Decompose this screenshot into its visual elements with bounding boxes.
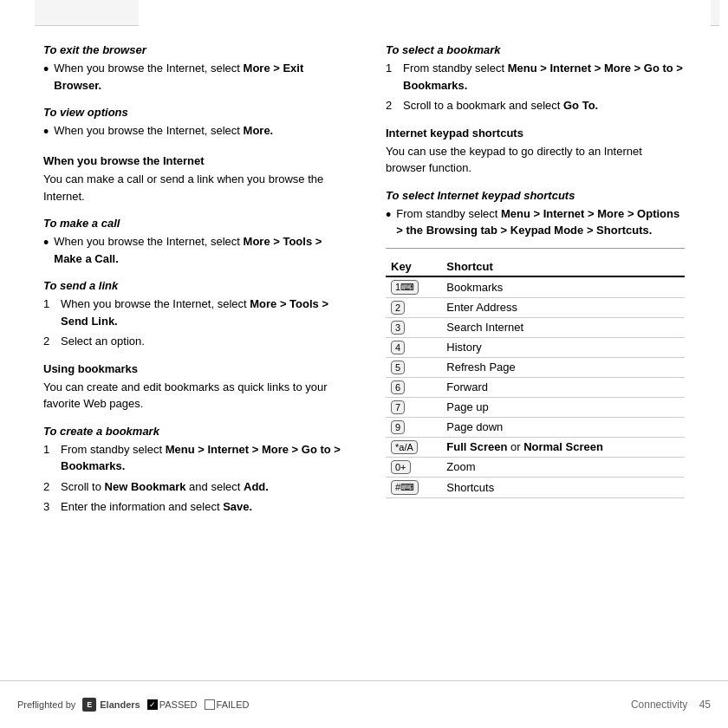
- key-cell: 1⌨: [386, 276, 441, 298]
- key-icon: 3: [391, 321, 405, 335]
- key-icon: 6: [391, 380, 405, 394]
- key-icon: 4: [391, 341, 405, 354]
- top-fold-left: [35, 0, 139, 26]
- exit-browser-text: When you browse the Internet, select Mor…: [54, 60, 342, 94]
- create-bookmark-item-1: 1 From standby select Menu > Internet > …: [43, 441, 342, 475]
- select-keypad-heading: To select Internet keypad shortcuts: [386, 189, 685, 202]
- left-column: To exit the browser • When you browse th…: [43, 43, 351, 659]
- key-cell: 3: [386, 317, 441, 337]
- num-2: 2: [386, 97, 398, 114]
- table-row: 0+ Zoom: [386, 457, 685, 477]
- page-number: 45: [699, 699, 711, 711]
- key-icon: *a/A: [391, 440, 418, 454]
- table-row: 5 Refresh Page: [386, 357, 685, 377]
- keypad-shortcuts-body: You can use the keypad to go directly to…: [386, 143, 685, 177]
- footer-label: Connectivity: [631, 699, 687, 711]
- make-call-text: When you browse the Internet, select Mor…: [54, 233, 342, 267]
- key-cell: 6: [386, 377, 441, 397]
- create-bookmark-text-1: From standby select Menu > Internet > Mo…: [61, 441, 342, 475]
- send-link-text-1: When you browse the Internet, select Mor…: [61, 296, 342, 329]
- preflight-area: Preflighted by E Elanders ✓ PASSED FAILE…: [17, 698, 249, 712]
- elanders-logo: E Elanders: [82, 698, 140, 712]
- table-header-shortcut: Shortcut: [441, 257, 685, 276]
- create-bookmark-text-2: Scroll to New Bookmark and select Add.: [61, 478, 269, 496]
- send-link-heading: To send a link: [43, 279, 342, 292]
- key-icon: 7: [391, 400, 405, 414]
- select-bookmark-item-1: 1 From standby select Menu > Internet > …: [386, 60, 685, 94]
- key-icon: 1⌨: [391, 280, 419, 295]
- failed-checkbox: [205, 699, 215, 710]
- shortcut-cell: Page up: [441, 397, 685, 417]
- table-divider: [386, 248, 685, 249]
- key-cell: 4: [386, 337, 441, 357]
- when-browse-body: You can make a call or send a link when …: [43, 171, 342, 205]
- create-bookmark-text-3: Enter the information and select Save.: [61, 498, 252, 516]
- failed-label: FAILED: [217, 699, 250, 710]
- make-call-heading: To make a call: [43, 217, 342, 230]
- shortcut-cell: Zoom: [441, 457, 685, 477]
- select-bookmark-heading: To select a bookmark: [386, 43, 685, 56]
- key-icon: 5: [391, 361, 405, 374]
- table-row: 7 Page up: [386, 397, 685, 417]
- key-cell: *a/A: [386, 437, 441, 457]
- key-cell: #⌨: [386, 477, 441, 497]
- bullet-icon: •: [386, 205, 391, 225]
- using-bookmarks-heading: Using bookmarks: [43, 362, 342, 375]
- using-bookmarks-body: You can create and edit bookmarks as qui…: [43, 379, 342, 413]
- elanders-name: Elanders: [100, 699, 140, 710]
- when-browse-heading: When you browse the Internet: [43, 154, 342, 167]
- bullet-icon: •: [43, 60, 49, 80]
- send-link-item-2: 2 Select an option.: [43, 333, 342, 350]
- key-icon: 0+: [391, 460, 411, 474]
- page-footer: Connectivity 45: [631, 699, 711, 711]
- table-row: 3 Search Internet: [386, 317, 685, 337]
- key-icon: 9: [391, 420, 405, 434]
- shortcut-cell: Search Internet: [441, 317, 685, 337]
- page-container: To exit the browser • When you browse th…: [0, 0, 728, 728]
- num-1: 1: [386, 60, 398, 77]
- create-bookmark-heading: To create a bookmark: [43, 425, 342, 438]
- shortcut-cell: Full Screen or Normal Screen: [441, 437, 685, 457]
- preflight-label: Preflighted by: [17, 699, 75, 710]
- key-icon: 2: [391, 301, 405, 315]
- table-row: #⌨ Shortcuts: [386, 477, 685, 497]
- bullet-icon: •: [43, 122, 49, 142]
- table-row: 2 Enter Address: [386, 297, 685, 317]
- view-options-text: When you browse the Internet, select Mor…: [54, 122, 273, 140]
- table-row: 6 Forward: [386, 377, 685, 397]
- table-header-key: Key: [386, 257, 441, 276]
- shortcut-cell: Bookmarks: [441, 276, 685, 298]
- key-icon: #⌨: [391, 480, 419, 495]
- send-link-text-2: Select an option.: [61, 333, 145, 350]
- view-options-bullet: • When you browse the Internet, select M…: [43, 122, 342, 142]
- keypad-shortcuts-heading: Internet keypad shortcuts: [386, 127, 685, 140]
- select-bookmark-text-2: Scroll to a bookmark and select Go To.: [403, 97, 598, 114]
- bottom-bar: Preflighted by E Elanders ✓ PASSED FAILE…: [0, 680, 728, 728]
- create-bookmark-item-3: 3 Enter the information and select Save.: [43, 498, 342, 516]
- passed-checkbox: ✓: [147, 699, 158, 710]
- key-cell: 2: [386, 297, 441, 317]
- right-column: To select a bookmark 1 From standby sele…: [377, 43, 685, 659]
- passed-label: PASSED: [159, 699, 198, 710]
- select-bookmark-text-1: From standby select Menu > Internet > Mo…: [403, 60, 685, 94]
- table-row: 1⌨ Bookmarks: [386, 276, 685, 298]
- num-3: 3: [43, 498, 55, 516]
- exit-browser-heading: To exit the browser: [43, 43, 342, 56]
- shortcut-cell: Shortcuts: [441, 477, 685, 497]
- failed-badge: FAILED: [205, 699, 250, 710]
- select-keypad-bullet: • From standby select Menu > Internet > …: [386, 205, 685, 239]
- bullet-icon: •: [43, 233, 49, 253]
- select-bookmark-item-2: 2 Scroll to a bookmark and select Go To.: [386, 97, 685, 114]
- key-cell: 7: [386, 397, 441, 417]
- shortcut-cell: Enter Address: [441, 297, 685, 317]
- elanders-icon: E: [82, 698, 96, 712]
- num-1: 1: [43, 296, 55, 313]
- shortcut-cell: History: [441, 337, 685, 357]
- table-row: *a/A Full Screen or Normal Screen: [386, 437, 685, 457]
- send-link-item-1: 1 When you browse the Internet, select M…: [43, 296, 342, 329]
- shortcut-cell: Forward: [441, 377, 685, 397]
- main-content: To exit the browser • When you browse th…: [43, 43, 685, 659]
- shortcut-cell: Refresh Page: [441, 357, 685, 377]
- key-cell: 0+: [386, 457, 441, 477]
- passed-badge: ✓ PASSED: [147, 699, 198, 710]
